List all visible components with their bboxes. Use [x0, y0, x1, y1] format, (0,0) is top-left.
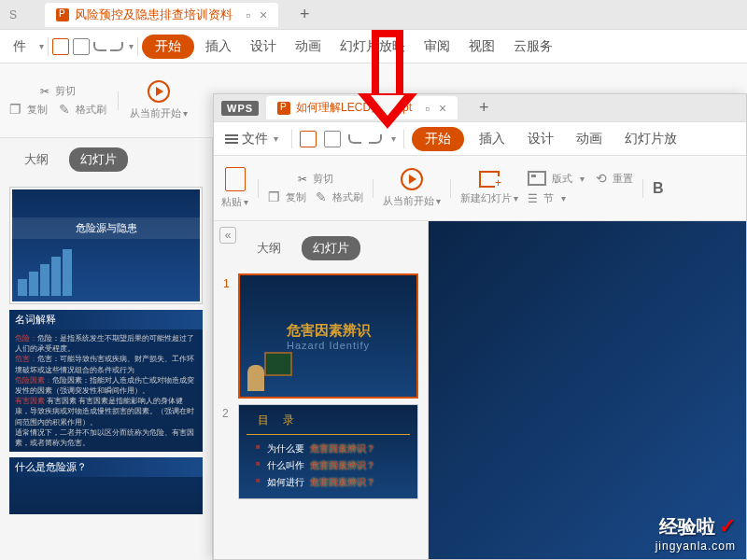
- section-icon: [528, 192, 538, 205]
- tab-outline[interactable]: 大纲: [13, 147, 60, 172]
- new-tab-button[interactable]: +: [295, 6, 314, 24]
- tab-slideshow[interactable]: 幻灯片放: [617, 127, 684, 151]
- menu-file[interactable]: 件: [6, 35, 34, 59]
- save-icon[interactable]: [52, 38, 69, 55]
- slide-subtitle: Hazard Identify: [287, 340, 370, 351]
- slide-number: 1: [223, 277, 230, 290]
- slide-thumb-3[interactable]: 什么是危险源？: [9, 457, 203, 514]
- slide-preview: 危害因素辨识 Hazard Identify: [240, 275, 416, 397]
- tab-close-icon[interactable]: ×: [439, 101, 446, 116]
- ppt-icon: [56, 8, 69, 21]
- divider: [403, 130, 404, 148]
- clipboard-group: 剪切 复制 格式刷: [268, 172, 363, 204]
- format-painter-icon[interactable]: [59, 102, 70, 117]
- window-2: WPS 如何理解LECD实案.ppt ▫ × + 文件 ▾ ▾ 开始 插入 设计…: [213, 93, 747, 560]
- toc-title: 目 录: [247, 413, 410, 428]
- copy-icon[interactable]: [268, 189, 280, 204]
- divider: [258, 179, 259, 198]
- play-icon: [148, 80, 170, 103]
- divider: [373, 179, 374, 198]
- teacher-illustration: [247, 352, 292, 391]
- undo-icon[interactable]: [348, 134, 361, 144]
- tab-start[interactable]: 开始: [142, 35, 194, 59]
- document-tab-1[interactable]: 风险预控及隐患排查培训资料 ▫ ×: [45, 3, 278, 27]
- menubar-2: 文件 ▾ ▾ 开始 插入 设计 动画 幻灯片放: [214, 122, 746, 156]
- tab-cloud[interactable]: 云服务: [506, 35, 560, 59]
- play-group[interactable]: 从当前开始▾: [130, 80, 188, 120]
- new-slide-icon: [479, 171, 500, 188]
- annotation-arrow: [372, 30, 431, 129]
- paste-icon: [225, 167, 246, 191]
- slide-body: [9, 477, 203, 514]
- save-icon[interactable]: [300, 131, 317, 147]
- tab-view[interactable]: 视图: [461, 35, 502, 59]
- undo-icon[interactable]: [93, 42, 106, 51]
- ppt-icon: [277, 102, 290, 115]
- file-menu[interactable]: 文件 ▾: [219, 131, 284, 147]
- play-button[interactable]: 从当前开始▾: [383, 168, 441, 208]
- dropdown-icon[interactable]: ▾: [39, 41, 44, 51]
- slide-preview: 危险源与隐患: [12, 189, 200, 301]
- ribbon-2: 粘贴▾ 剪切 复制 格式刷 从当前开始▾ 新建幻灯片▾ 版式▾ 重置 节▾: [214, 156, 746, 221]
- new-slide-button[interactable]: 新建幻灯片▾: [460, 171, 518, 205]
- bold-button[interactable]: [653, 180, 664, 197]
- section-button[interactable]: 节▾: [528, 191, 566, 205]
- slide-panel-1: 大纲 幻灯片 危险源与隐患 名词解释 危险：危险：是指系统发生不期望后果的可能性…: [0, 138, 213, 560]
- paste-button[interactable]: 粘贴▾: [221, 167, 248, 209]
- tab-start[interactable]: 开始: [412, 127, 464, 151]
- slide-preview: 目 录 为什么要危害因素辨识？ 什么叫作危害因素辨识？ 如何进行危害因素辨识？: [239, 405, 417, 498]
- print-icon[interactable]: [73, 38, 90, 55]
- redo-icon[interactable]: [369, 134, 382, 144]
- slide-thumb-1[interactable]: 危险源与隐患: [9, 187, 203, 304]
- dropdown-icon[interactable]: ▾: [129, 41, 134, 51]
- tab-design[interactable]: 设计: [243, 35, 284, 59]
- slide-thumb-2[interactable]: 名词解释 危险：危险：是指系统发生不期望后果的可能性超过了人们的承受程度。 危害…: [9, 310, 203, 452]
- tab-animation[interactable]: 动画: [569, 127, 610, 151]
- slide-title: 危险源与隐患: [12, 217, 200, 239]
- app-menu[interactable]: S: [9, 8, 37, 21]
- divider: [291, 130, 292, 148]
- tab-outline[interactable]: 大纲: [246, 236, 292, 260]
- slide-panel-2: « 大纲 幻灯片 1 危害因素辨识 Hazard Identify 2 目 录 …: [214, 221, 429, 559]
- reset-icon[interactable]: [596, 171, 607, 186]
- tab-design[interactable]: 设计: [520, 127, 561, 151]
- slide-thumb-1[interactable]: 1 危害因素辨识 Hazard Identify: [238, 273, 418, 399]
- divider: [642, 179, 643, 198]
- hamburger-icon: [225, 134, 238, 144]
- print-icon[interactable]: [324, 131, 341, 147]
- chevron-down-icon: ▾: [183, 108, 188, 119]
- cut-icon[interactable]: [298, 173, 307, 186]
- layout-group: 版式▾ 重置 节▾: [528, 171, 633, 205]
- redo-icon[interactable]: [110, 42, 123, 51]
- wps-logo: WPS: [221, 101, 259, 116]
- slide-thumb-2[interactable]: 2 目 录 为什么要危害因素辨识？ 什么叫作危害因素辨识？ 如何进行危害因素辨识…: [238, 404, 418, 499]
- toc-item: 如何进行危害因素辨识？: [247, 474, 410, 491]
- tab-window-icon[interactable]: ▫: [246, 7, 250, 22]
- layout-icon: [528, 171, 546, 186]
- divider: [118, 91, 119, 110]
- slide-canvas[interactable]: [429, 221, 746, 559]
- layout-button[interactable]: 版式▾ 重置: [528, 171, 633, 186]
- new-tab-button[interactable]: +: [474, 99, 493, 118]
- copy-icon[interactable]: [9, 102, 21, 117]
- tab-insert[interactable]: 插入: [198, 35, 239, 59]
- chevron-down-icon: ▾: [274, 133, 278, 144]
- tab-slides[interactable]: 幻灯片: [69, 147, 128, 172]
- titlebar-2: WPS 如何理解LECD实案.ppt ▫ × +: [214, 94, 746, 122]
- toc-item: 什么叫作危害因素辨识？: [247, 457, 410, 474]
- divider: [137, 37, 138, 56]
- format-painter-icon[interactable]: [316, 189, 327, 204]
- tab-animation[interactable]: 动画: [288, 35, 329, 59]
- slide-body: 危险：危险：是指系统发生不期望后果的可能性超过了人们的承受程度。 危害：危害：可…: [9, 329, 203, 452]
- tab-insert[interactable]: 插入: [472, 127, 513, 151]
- chevron-down-icon[interactable]: ▾: [391, 133, 396, 144]
- bar-chart-icon: [18, 249, 72, 296]
- collapse-button[interactable]: «: [219, 227, 236, 244]
- tab-slides[interactable]: 幻灯片: [302, 236, 360, 260]
- slide-header: 名词解释: [9, 310, 203, 329]
- divider: [48, 37, 49, 56]
- check-icon: ✓: [719, 514, 736, 538]
- play-icon: [401, 168, 423, 190]
- tab-close-icon[interactable]: ×: [260, 7, 267, 22]
- cut-icon[interactable]: [40, 85, 49, 98]
